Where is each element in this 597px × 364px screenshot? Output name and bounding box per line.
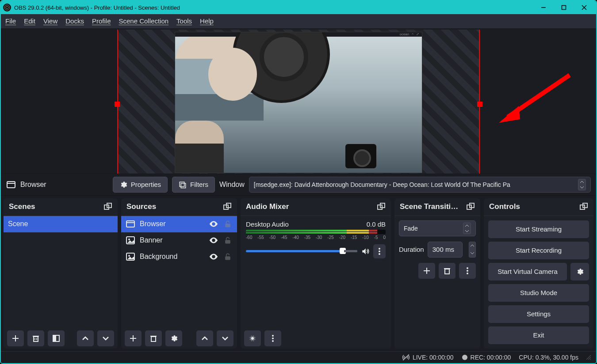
visibility-toggle[interactable]: [209, 252, 218, 262]
menu-tools[interactable]: Tools: [176, 17, 192, 25]
trash-icon: [32, 334, 40, 342]
move-scene-down-button[interactable]: [97, 330, 114, 346]
transition-options-button[interactable]: [459, 263, 476, 279]
start-virtual-camera-button[interactable]: Start Virtual Camera: [488, 263, 567, 281]
svg-point-45: [272, 340, 274, 342]
visibility-toggle[interactable]: [209, 219, 218, 229]
image-icon: [126, 252, 135, 262]
volume-slider[interactable]: [246, 250, 357, 252]
filters-button[interactable]: Filters: [172, 177, 215, 193]
menu-help[interactable]: Help: [200, 17, 214, 25]
browser-source-preview[interactable]: ocean^⤢: [175, 32, 422, 173]
move-scene-up-button[interactable]: [77, 330, 94, 346]
duration-spinbox[interactable]: 300 ms: [428, 242, 463, 258]
svg-rect-27: [225, 224, 230, 228]
sources-toolbar: [121, 328, 237, 349]
resize-handle-right[interactable]: [477, 102, 482, 107]
virtual-camera-settings-button[interactable]: [570, 263, 589, 281]
rec-status: REC: 00:00:00: [462, 354, 511, 361]
gear-icon: [576, 268, 584, 276]
mixer-settings-button[interactable]: [244, 330, 261, 346]
properties-button[interactable]: Properties: [113, 177, 168, 193]
studio-mode-button[interactable]: Studio Mode: [488, 284, 589, 302]
menu-profile[interactable]: Profile: [92, 17, 111, 25]
scene-filters-button[interactable]: [48, 330, 65, 346]
scene-row[interactable]: Scene: [4, 216, 118, 232]
svg-rect-4: [562, 6, 566, 10]
lock-toggle[interactable]: [223, 252, 233, 262]
lock-toggle[interactable]: [223, 219, 233, 229]
add-source-button[interactable]: [125, 330, 142, 346]
add-transition-button[interactable]: [418, 263, 435, 279]
svg-point-44: [272, 337, 274, 339]
maximize-button[interactable]: [554, 1, 574, 14]
start-streaming-button[interactable]: Start Streaming: [488, 220, 589, 238]
source-row[interactable]: Banner: [121, 232, 237, 249]
popout-icon[interactable]: [579, 202, 588, 211]
preview-canvas[interactable]: ocean^⤢: [117, 30, 480, 174]
popout-icon[interactable]: [223, 202, 232, 211]
gear-icon: [170, 334, 178, 342]
svg-point-54: [467, 273, 468, 274]
remove-scene-button[interactable]: [27, 330, 44, 346]
menu-file[interactable]: File: [5, 17, 16, 25]
track-name: Desktop Audio: [246, 220, 289, 228]
remove-source-button[interactable]: [145, 330, 162, 346]
start-recording-button[interactable]: Start Recording: [488, 242, 589, 259]
menu-edit[interactable]: Edit: [24, 17, 35, 25]
menu-scene-collection[interactable]: Scene Collection: [119, 17, 169, 25]
visibility-toggle[interactable]: [209, 235, 218, 245]
remove-transition-button[interactable]: [439, 263, 455, 279]
popout-icon[interactable]: [377, 202, 386, 211]
cpu-status: CPU: 0.3%, 30.00 fps: [519, 354, 578, 361]
exit-button[interactable]: Exit: [488, 326, 589, 344]
svg-rect-25: [126, 221, 134, 227]
speaker-icon[interactable]: [361, 247, 370, 256]
settings-button[interactable]: Settings: [488, 305, 589, 323]
sources-header: Sources: [121, 198, 237, 216]
menu-view[interactable]: View: [43, 17, 57, 25]
minimize-button[interactable]: [533, 1, 554, 14]
image-icon: [126, 235, 135, 245]
popout-icon[interactable]: [466, 202, 475, 211]
mixer-body: Desktop Audio 0.0 dB -60-55-50-45-40-35-…: [241, 216, 391, 263]
svg-point-41: [379, 250, 380, 252]
menubar: File Edit View Docks Profile Scene Colle…: [1, 14, 596, 29]
docks-row: Scenes Scene Sources BrowserBannerBackgr…: [1, 196, 596, 351]
source-row[interactable]: Browser: [121, 216, 237, 232]
statusbar: LIVE: 00:00:00 REC: 00:00:00 CPU: 0.3%, …: [1, 351, 596, 363]
menu-docks[interactable]: Docks: [65, 17, 84, 25]
resize-handle-left[interactable]: [115, 102, 120, 107]
transition-dropdown[interactable]: Fade: [399, 220, 476, 236]
window-icon: [6, 180, 16, 190]
svg-rect-9: [7, 182, 15, 188]
transitions-dock: Scene Transiti… Fade Duration 300 ms: [394, 198, 480, 349]
close-button[interactable]: [574, 1, 594, 14]
scenes-header: Scenes: [4, 198, 118, 216]
move-source-down-button[interactable]: [217, 330, 233, 346]
slider-thumb[interactable]: [340, 248, 346, 254]
source-properties-button[interactable]: [165, 330, 182, 346]
sources-list[interactable]: BrowserBannerBackground: [121, 216, 237, 328]
svg-point-40: [379, 248, 380, 250]
popout-icon[interactable]: [103, 202, 112, 211]
svg-point-43: [272, 335, 274, 337]
track-options-button[interactable]: [373, 244, 386, 258]
track-db: 0.0 dB: [367, 220, 386, 228]
preview-area[interactable]: ocean^⤢: [1, 29, 596, 174]
chevron-updown-icon[interactable]: [469, 242, 476, 258]
source-row[interactable]: Background: [121, 249, 237, 265]
mixer-options-button[interactable]: [264, 330, 281, 346]
chevron-up-icon: [82, 336, 89, 341]
add-scene-button[interactable]: [7, 330, 24, 346]
audio-mixer-dock: Audio Mixer Desktop Audio 0.0 dB -60-55-…: [241, 198, 391, 349]
move-source-up-button[interactable]: [196, 330, 213, 346]
window-icon: [126, 219, 135, 229]
annotation-arrow: [494, 71, 574, 128]
source-label: Background: [140, 253, 204, 261]
window-dropdown[interactable]: [msedge.exe]: David Attenborough Documen…: [249, 177, 591, 193]
resize-grip-icon[interactable]: [586, 355, 591, 360]
scenes-list[interactable]: Scene: [4, 216, 118, 328]
lock-toggle[interactable]: [223, 235, 233, 245]
chevron-down-icon: [102, 336, 109, 341]
